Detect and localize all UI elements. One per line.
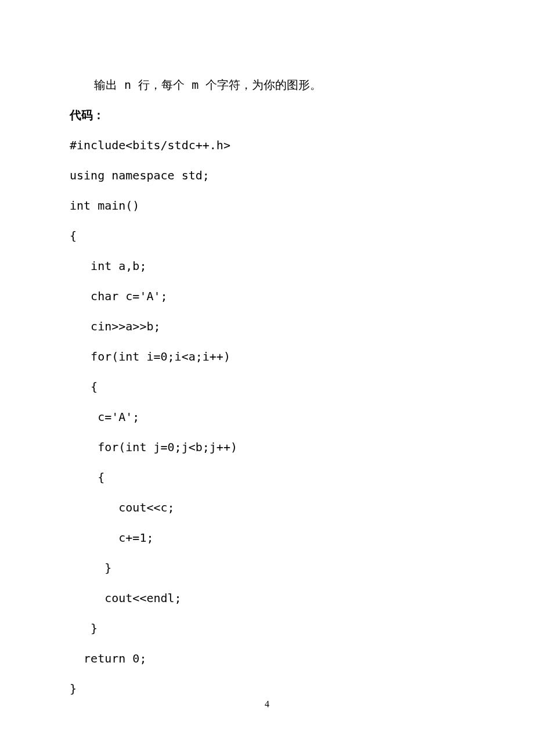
- code-line: {: [70, 462, 464, 492]
- page-number: 4: [0, 699, 534, 710]
- code-line: int main(): [70, 190, 464, 221]
- code-line: cin>>a>>b;: [70, 311, 464, 341]
- code-line: #include<bits/stdc++.h>: [70, 130, 464, 160]
- code-line: for(int i=0;i<a;i++): [70, 341, 464, 372]
- code-line: cout<<endl;: [70, 583, 464, 613]
- code-line: return 0;: [70, 643, 464, 674]
- code-line: }: [70, 613, 464, 643]
- code-line: char c='A';: [70, 281, 464, 311]
- code-line: {: [70, 372, 464, 402]
- code-line: }: [70, 553, 464, 583]
- code-line: for(int j=0;j<b;j++): [70, 432, 464, 462]
- code-line: {: [70, 221, 464, 251]
- code-line: int a,b;: [70, 251, 464, 281]
- code-heading: 代码：: [70, 100, 464, 130]
- code-line: using namespace std;: [70, 160, 464, 190]
- intro-text: 输出 n 行，每个 m 个字符，为你的图形。: [70, 70, 464, 100]
- code-line: c+=1;: [70, 523, 464, 553]
- code-line: cout<<c;: [70, 492, 464, 523]
- document-page: 输出 n 行，每个 m 个字符，为你的图形。 代码： #include<bits…: [0, 0, 534, 704]
- code-line: c='A';: [70, 402, 464, 432]
